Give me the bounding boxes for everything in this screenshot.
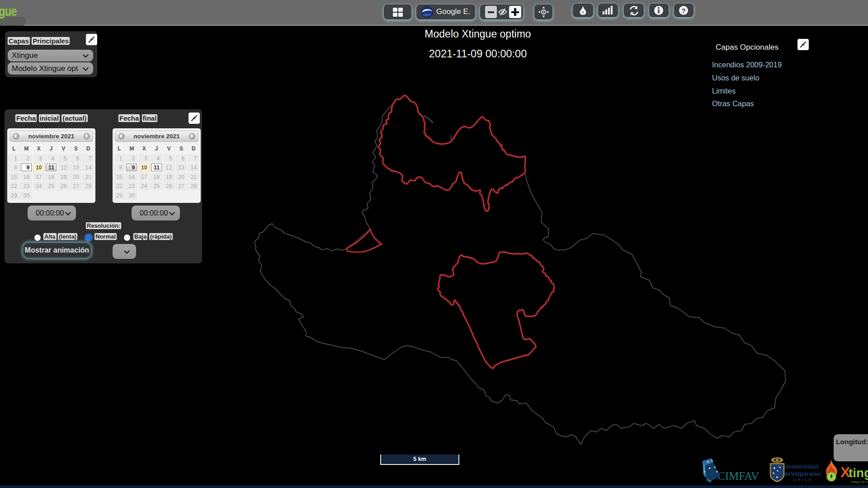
svg-text:?: ? <box>681 7 685 14</box>
